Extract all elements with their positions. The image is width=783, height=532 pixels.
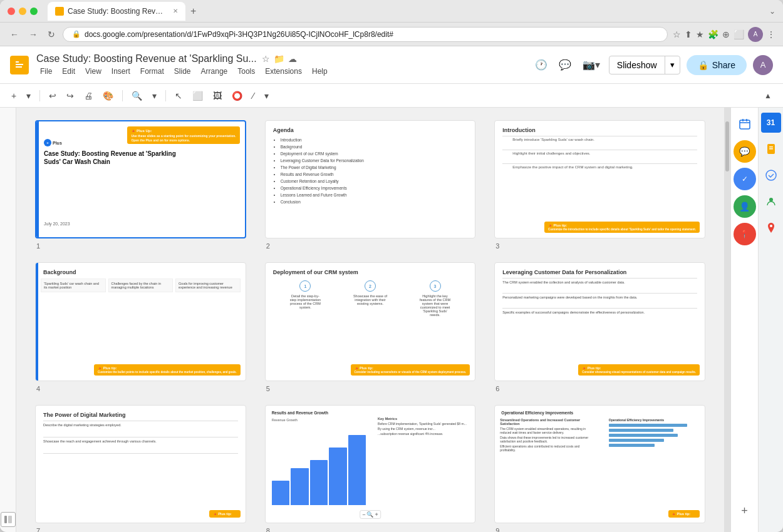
- slide-thumb-2[interactable]: Agenda Introduction Background Deploymen…: [265, 120, 476, 238]
- sidebar-add-button[interactable]: +: [734, 499, 756, 522]
- refresh-button[interactable]: ↻: [45, 28, 58, 41]
- minimize-button[interactable]: [19, 8, 26, 15]
- add-dropdown-button[interactable]: ▾: [23, 88, 34, 103]
- slideshow-dropdown-button[interactable]: ▾: [665, 56, 680, 74]
- url-field[interactable]: 🔒 docs.google.com/presentation/d/1FwPd9x…: [63, 27, 668, 42]
- extensions-icon[interactable]: ⊕: [722, 29, 730, 39]
- menu-tools[interactable]: Tools: [234, 66, 259, 77]
- maximize-button[interactable]: [30, 8, 38, 15]
- address-bar: ← → ↻ 🔒 docs.google.com/presentation/d/1…: [0, 23, 783, 46]
- slide-6-line-3: [502, 308, 697, 309]
- share-button[interactable]: 🔒 Share: [687, 55, 747, 75]
- sidebar-calendar-icon[interactable]: [734, 113, 756, 135]
- image-tool-button[interactable]: 🖼: [209, 88, 226, 103]
- present-button[interactable]: 📷▾: [580, 56, 603, 73]
- plus-logo: + Plus: [44, 139, 62, 146]
- undo-button[interactable]: ↩: [45, 88, 60, 103]
- star-doc-icon[interactable]: ☆: [262, 54, 270, 64]
- folder-icon[interactable]: 📁: [274, 54, 284, 64]
- menu-icon[interactable]: ⋮: [767, 29, 775, 39]
- menu-view[interactable]: View: [81, 66, 105, 77]
- window-icon[interactable]: ⬜: [734, 29, 744, 39]
- menu-extensions[interactable]: Extensions: [261, 66, 306, 77]
- sidebar-maps-icon[interactable]: 📍: [734, 223, 756, 245]
- keep-icon[interactable]: [761, 139, 781, 159]
- menu-arrange[interactable]: Arrange: [197, 66, 232, 77]
- cloud-icon[interactable]: ☁: [288, 54, 297, 64]
- shape-tool-button[interactable]: ⭕: [228, 88, 246, 103]
- print-button[interactable]: 🖨: [80, 88, 96, 103]
- slide-thumb-5[interactable]: Deployment of our CRM system 1 Detail th…: [265, 262, 476, 381]
- slide-number-6: 6: [495, 385, 705, 392]
- tab-close-button[interactable]: ✕: [173, 8, 178, 14]
- bookmark-icon[interactable]: ☆: [673, 29, 681, 39]
- new-tab-button[interactable]: +: [188, 6, 199, 17]
- svg-rect-12: [769, 148, 773, 150]
- google-apps-icon[interactable]: 31: [761, 113, 781, 133]
- slide-thumb-1[interactable]: 🔺 Plus Up: Use these slides as a startin…: [35, 120, 246, 238]
- scroll-thumb[interactable]: [725, 121, 729, 171]
- slide-thumb-9[interactable]: Operational Efficiency Improvements Stre…: [494, 405, 705, 523]
- slide-number-7: 7: [36, 527, 246, 532]
- cursor-tool-button[interactable]: ↖: [171, 88, 186, 103]
- select-tool-button[interactable]: ⬜: [189, 88, 207, 103]
- slide-thumb-3[interactable]: Introduction Briefly introduce 'Sparklin…: [494, 120, 705, 238]
- extension-icon[interactable]: 🧩: [708, 29, 718, 39]
- history-button[interactable]: 🕐: [532, 56, 550, 73]
- menu-file[interactable]: File: [36, 66, 56, 77]
- maps-outer-icon[interactable]: [761, 218, 781, 238]
- zoom-out-button[interactable]: −: [362, 511, 365, 518]
- menu-bar: File Edit View Insert Format Slide Arran…: [36, 66, 525, 77]
- slide-item-6: Leveraging Customer Data for Personaliza…: [494, 262, 705, 392]
- zoom-controls-overlay: − 🔍 +: [360, 510, 381, 519]
- menu-help[interactable]: Help: [308, 66, 331, 77]
- zoom-dropdown-button[interactable]: ▾: [148, 88, 160, 103]
- toolbar-collapse-button[interactable]: ▲: [760, 89, 775, 103]
- zoom-button[interactable]: 🔍: [128, 88, 146, 103]
- line-tool-button[interactable]: ∕: [249, 88, 257, 103]
- menu-slide[interactable]: Slide: [170, 66, 195, 77]
- comment-button[interactable]: 💬: [556, 56, 574, 73]
- paint-format-button[interactable]: 🎨: [99, 88, 117, 103]
- slide-thumb-8[interactable]: Results and Revenue Growth Revenue Growt…: [265, 405, 476, 523]
- slide-4-cell-3: Goals for improving customer experience …: [175, 279, 241, 292]
- line-dropdown-button[interactable]: ▾: [261, 88, 272, 103]
- tasks-outer-icon[interactable]: [761, 165, 781, 185]
- slide-8-title: Results and Revenue Growth: [272, 411, 328, 415]
- zoom-in-button[interactable]: +: [375, 511, 378, 518]
- slide-6-line-2: [502, 293, 697, 294]
- panel-toggle-button[interactable]: [1, 512, 16, 527]
- slide-thumb-6[interactable]: Leveraging Customer Data for Personaliza…: [494, 262, 705, 381]
- user-avatar-large[interactable]: A: [753, 55, 773, 75]
- slide-4-cell-2: Challenges faced by the chain in managin…: [108, 279, 174, 292]
- menu-edit[interactable]: Edit: [58, 66, 79, 77]
- scroll-track: [724, 108, 730, 532]
- redo-button[interactable]: ↪: [63, 88, 78, 103]
- sidebar-chat-icon[interactable]: 💬: [734, 140, 756, 163]
- slide-thumb-4[interactable]: Background 'Sparkling Suds' car wash cha…: [35, 262, 246, 381]
- user-avatar[interactable]: A: [748, 27, 763, 42]
- slideshow-button[interactable]: Slideshow: [609, 56, 665, 74]
- contacts-outer-icon[interactable]: [761, 192, 781, 212]
- active-tab[interactable]: Case Study: Boosting Revenue... ✕: [48, 2, 185, 21]
- slide-number-8: 8: [266, 527, 476, 532]
- menu-insert[interactable]: Insert: [108, 66, 134, 77]
- slide-thumb-7[interactable]: The Power of Digital Marketing Describe …: [35, 405, 246, 523]
- upload-icon[interactable]: ⬆: [685, 29, 692, 39]
- slide-8-chart-label: Revenue Growth: [272, 418, 298, 422]
- slides-grid: 🔺 Plus Up: Use these slides as a startin…: [35, 120, 705, 532]
- sidebar-contacts-icon[interactable]: 👤: [734, 195, 756, 218]
- plus-badge-3: 🔺 Plus tip: Customize the introduction t…: [544, 222, 700, 233]
- menu-format[interactable]: Format: [137, 66, 168, 77]
- chevron-down-icon: ⌄: [769, 7, 775, 16]
- slide-6-text-1: The CRM system enabled the collection an…: [502, 280, 697, 285]
- close-button[interactable]: [8, 8, 15, 15]
- back-button[interactable]: ←: [8, 28, 21, 41]
- browser-controls-right: ⌄: [769, 7, 775, 16]
- svg-rect-2: [16, 64, 23, 65]
- forward-button[interactable]: →: [26, 28, 40, 41]
- plus-circle: +: [44, 139, 51, 146]
- sidebar-tasks-icon[interactable]: ✓: [734, 168, 756, 190]
- star-icon[interactable]: ★: [696, 29, 704, 39]
- add-toolbar-button[interactable]: +: [8, 88, 20, 103]
